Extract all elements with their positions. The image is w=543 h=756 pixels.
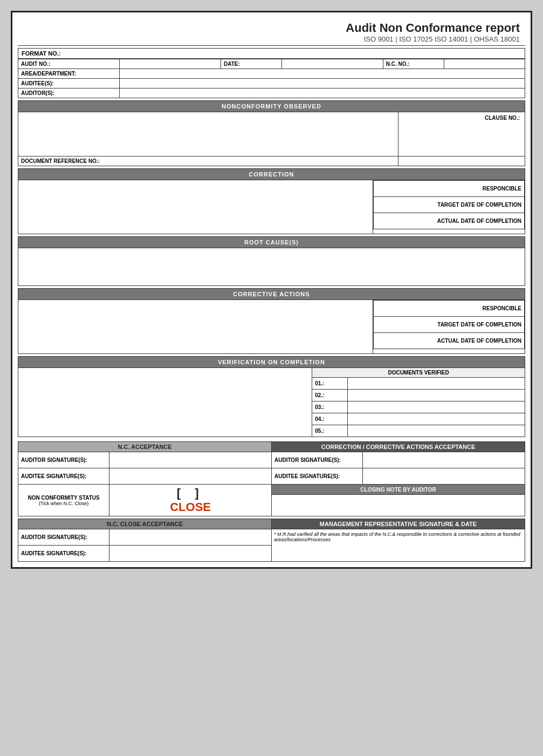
doc-ref-value[interactable]: [398, 156, 525, 166]
root-cause-header: ROOT CAUSE(S): [18, 237, 525, 248]
corrective-actions-header-row: CORRECTIVE ACTIONS: [18, 289, 525, 300]
date-value[interactable]: [281, 59, 383, 69]
audit-no-value[interactable]: [120, 59, 221, 69]
correction-right-table: RESPONCIBLE TARGET DATE OF COMPLETION AC…: [373, 180, 525, 229]
auditor-sig-1-label: AUDITOR SIGNATURE(S):: [18, 452, 109, 468]
actual-date-1-row: ACTUAL DATE OF COMPLETION: [374, 213, 525, 229]
auditor-label: AUDITOR(S):: [18, 88, 120, 98]
nonconformity-content[interactable]: [18, 112, 398, 156]
doc-label-2: 02.:: [312, 390, 348, 401]
close-text: CLOSE: [112, 500, 269, 514]
nc-close-table: N.C. CLOSE ACCEPTANCE MANAGEMENT REPRESE…: [18, 519, 525, 562]
doc-value-1[interactable]: [347, 378, 525, 390]
nc-no-value[interactable]: [444, 59, 525, 69]
date-label: DATE:: [221, 59, 282, 69]
correction-table: CORRECTION RESPONCIBLE TARGET DATE OF CO…: [18, 168, 525, 234]
doc-ref-row: DOCUMENT REFERENCE NO.:: [18, 156, 525, 166]
area-value[interactable]: [120, 69, 525, 79]
clause-no-label: CLAUSE NO.:: [401, 114, 522, 122]
root-cause-content-row: [18, 248, 525, 286]
nc-close-headers-row: N.C. CLOSE ACCEPTANCE MANAGEMENT REPRESE…: [18, 519, 525, 529]
auditee-sig-2-value[interactable]: [363, 468, 525, 485]
nc-no-label: N.C. NO.:: [383, 59, 444, 69]
doc-label-5: 05.:: [312, 425, 348, 437]
audit-date-nc-row: AUDIT NO.: DATE: N.C. NO.:: [18, 59, 525, 69]
correction-content-row: RESPONCIBLE TARGET DATE OF COMPLETION AC…: [18, 180, 525, 234]
correction-content[interactable]: [18, 180, 373, 234]
auditor-value[interactable]: [120, 88, 525, 98]
auditee-value[interactable]: [120, 79, 525, 88]
top-fields-table: AUDIT NO.: DATE: N.C. NO.: AREA/DEPARTME…: [18, 59, 525, 98]
docs-verified-label: DOCUMENTS VERIFIED: [312, 368, 525, 378]
responsible-1-row: RESPONCIBLE: [374, 181, 525, 197]
responsible-2-row: RESPONCIBLE: [374, 301, 525, 317]
responsible-1-label: RESPONCIBLE: [374, 181, 525, 197]
doc-value-5[interactable]: [347, 425, 525, 437]
auditor-sig-3-row: AUDITOR SIGNATURE(S): * M.R.had varified…: [18, 529, 525, 546]
auditee-sig-1-value[interactable]: [109, 468, 272, 485]
correction-header: CORRECTION: [18, 169, 525, 180]
verification-header: VERIFICATION ON COMPLETION: [18, 357, 525, 368]
root-cause-content[interactable]: [18, 248, 525, 286]
acceptance-headers-row: N.C. ACCEPTANCE CORRECTION / CORRECTIVE …: [18, 442, 525, 452]
doc-label-4: 04.:: [312, 413, 348, 425]
nc-status-row: NON CONFORMITY STATUS (Tick when N.C. Cl…: [18, 485, 525, 495]
correction-right-col: RESPONCIBLE TARGET DATE OF COMPLETION AC…: [373, 180, 525, 234]
doc-label-3: 03.:: [312, 401, 348, 413]
verification-content[interactable]: [18, 368, 312, 437]
nc-acceptance-header: N.C. ACCEPTANCE: [18, 442, 272, 452]
nc-status-sub: (Tick when N.C. Close): [21, 501, 106, 506]
auditor-row: AUDITOR(S):: [18, 88, 525, 98]
actual-date-1-label: ACTUAL DATE OF COMPLETION: [374, 213, 525, 229]
corrective-actions-table: CORRECTIVE ACTIONS RESPONCIBLE TARGET DA…: [18, 288, 525, 354]
doc-value-3[interactable]: [347, 401, 525, 413]
form-title: Audit Non Conformance report: [23, 21, 520, 35]
nonconformity-content-row: CLAUSE NO.:: [18, 112, 525, 156]
actual-date-2-label: ACTUAL DATE OF COMPLETION: [374, 333, 525, 349]
nc-close-acceptance-header: N.C. CLOSE ACCEPTANCE: [18, 519, 272, 529]
correction-acceptance-header: CORRECTION / CORRECTIVE ACTIONS ACCEPTAN…: [271, 442, 525, 452]
doc-value-2[interactable]: [347, 390, 525, 401]
nonconformity-header-row: NONCONFORMITY OBSERVED: [18, 101, 525, 112]
mgmt-rep-header: MANAGEMENT REPRESENTATIVE SIGNATURE & DA…: [271, 519, 525, 529]
doc-label-1: 01.:: [312, 378, 348, 390]
target-date-2-row: TARGET DATE OF COMPLETION: [374, 317, 525, 333]
auditor-sig-3-value[interactable]: [109, 529, 272, 546]
auditee-sig-2-label: AUDITEE SIGNATURE(S):: [271, 468, 362, 485]
auditor-sig-1-value[interactable]: [109, 452, 272, 468]
form-container: Audit Non Conformance report ISO 9001 | …: [11, 11, 532, 569]
area-label: AREA/DEPARTMENT:: [18, 69, 120, 79]
verification-table: VERIFICATION ON COMPLETION DOCUMENTS VER…: [18, 356, 525, 437]
corrective-right-col: RESPONCIBLE TARGET DATE OF COMPLETION AC…: [373, 300, 525, 354]
audit-no-label: AUDIT NO.:: [18, 59, 120, 69]
clause-no-cell: CLAUSE NO.:: [398, 112, 525, 156]
corrective-actions-header: CORRECTIVE ACTIONS: [18, 289, 525, 300]
nc-status-value-cell[interactable]: [ ] CLOSE: [109, 485, 272, 516]
actual-date-2-row: ACTUAL DATE OF COMPLETION: [374, 333, 525, 349]
format-no-label: FORMAT NO.:: [22, 50, 61, 57]
auditee-label: AUDITEE(S):: [18, 79, 120, 88]
auditee-sig-1-label: AUDITEE SIGNATURE(S):: [18, 468, 109, 485]
correction-header-row: CORRECTION: [18, 169, 525, 180]
corrective-actions-content[interactable]: [18, 300, 373, 354]
nc-status-cell: NON CONFORMITY STATUS (Tick when N.C. Cl…: [18, 485, 109, 516]
target-date-2-label: TARGET DATE OF COMPLETION: [374, 317, 525, 333]
clause-no-value[interactable]: [401, 122, 522, 154]
area-row: AREA/DEPARTMENT:: [18, 69, 525, 79]
nonconformity-table: NONCONFORMITY OBSERVED CLAUSE NO.: DOCUM…: [18, 100, 525, 166]
auditee-sig-row-1: AUDITEE SIGNATURE(S): AUDITEE SIGNATURE(…: [18, 468, 525, 485]
format-no-row: FORMAT NO.:: [18, 48, 525, 59]
acceptance-table: N.C. ACCEPTANCE CORRECTION / CORRECTIVE …: [18, 441, 525, 516]
doc-ref-label: DOCUMENT REFERENCE NO.:: [18, 156, 398, 166]
target-date-1-row: TARGET DATE OF COMPLETION: [374, 197, 525, 213]
auditor-sig-2-value[interactable]: [363, 452, 525, 468]
auditee-sig-3-label: AUDITEE SIGNATURE(S):: [18, 546, 109, 562]
mr-note: * M.R.had varified all the areas that im…: [271, 529, 525, 562]
auditee-sig-3-value[interactable]: [109, 546, 272, 562]
nonconformity-header: NONCONFORMITY OBSERVED: [18, 101, 525, 112]
responsible-2-label: RESPONCIBLE: [374, 301, 525, 317]
auditor-sig-2-label: AUDITOR SIGNATURE(S):: [271, 452, 362, 468]
closing-note-content[interactable]: [271, 495, 525, 516]
doc-value-4[interactable]: [347, 413, 525, 425]
auditor-sig-row-1: AUDITOR SIGNATURE(S): AUDITOR SIGNATURE(…: [18, 452, 525, 468]
